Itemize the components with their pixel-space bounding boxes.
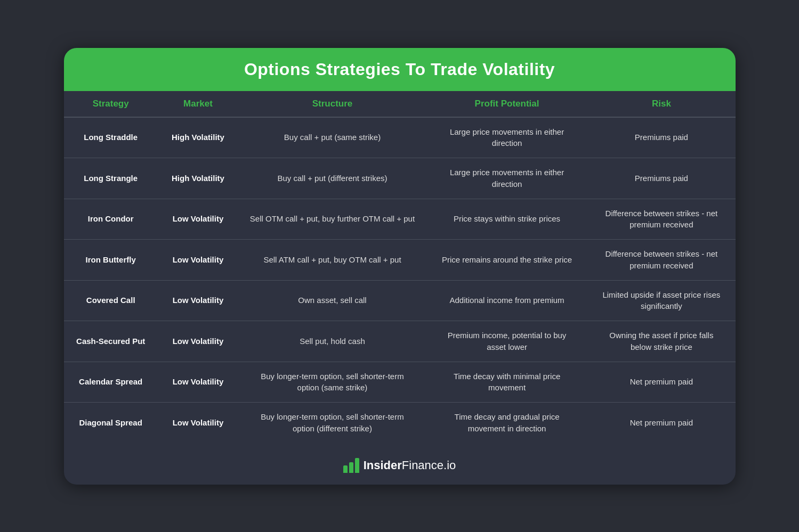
cell-strategy: Cash-Secured Put xyxy=(64,321,158,362)
cell-structure: Own asset, sell call xyxy=(238,280,426,321)
col-header-profit: Profit Potential xyxy=(426,91,587,117)
table-row: Cash-Secured PutLow VolatilitySell put, … xyxy=(64,321,736,362)
cell-market: Low Volatility xyxy=(158,321,238,362)
main-card: Options Strategies To Trade Volatility S… xyxy=(64,48,736,485)
bar-2 xyxy=(349,462,353,473)
cell-strategy: Iron Butterfly xyxy=(64,240,158,281)
table-row: Covered CallLow VolatilityOwn asset, sel… xyxy=(64,280,736,321)
brand-logo: InsiderFinance.io xyxy=(343,458,456,473)
table-row: Diagonal SpreadLow VolatilityBuy longer-… xyxy=(64,403,736,443)
cell-profit: Additional income from premium xyxy=(426,280,587,321)
card-header: Options Strategies To Trade Volatility xyxy=(64,48,736,91)
cell-risk: Premiums paid xyxy=(587,117,735,158)
cell-risk: Difference between strikes - net premium… xyxy=(587,199,735,240)
col-header-structure: Structure xyxy=(238,91,426,117)
cell-risk: Premiums paid xyxy=(587,158,735,199)
cell-risk: Net premium paid xyxy=(587,362,735,403)
cell-profit: Premium income, potential to buy asset l… xyxy=(426,321,587,362)
cell-strategy: Long Strangle xyxy=(64,158,158,199)
bar-1 xyxy=(343,465,348,473)
bars-icon xyxy=(343,458,359,473)
cell-risk: Net premium paid xyxy=(587,403,735,443)
cell-structure: Buy call + put (same strike) xyxy=(238,117,426,158)
col-header-risk: Risk xyxy=(587,91,735,117)
cell-strategy: Calendar Spread xyxy=(64,362,158,403)
cell-market: Low Volatility xyxy=(158,403,238,443)
table-row: Calendar SpreadLow VolatilityBuy longer-… xyxy=(64,362,736,403)
brand-light: Finance.io xyxy=(402,459,456,472)
cell-profit: Large price movements in either directio… xyxy=(426,158,587,199)
table-header: Strategy Market Structure Profit Potenti… xyxy=(64,91,736,117)
brand-text: InsiderFinance.io xyxy=(364,459,456,472)
header-row: Strategy Market Structure Profit Potenti… xyxy=(64,91,736,117)
cell-structure: Buy longer-term option, sell shorter-ter… xyxy=(238,362,426,403)
table-row: Long StrangleHigh VolatilityBuy call + p… xyxy=(64,158,736,199)
cell-profit: Price stays within strike prices xyxy=(426,199,587,240)
cell-market: Low Volatility xyxy=(158,199,238,240)
cell-strategy: Covered Call xyxy=(64,280,158,321)
bar-3 xyxy=(355,458,359,473)
col-header-strategy: Strategy xyxy=(64,91,158,117)
cell-risk: Difference between strikes - net premium… xyxy=(587,240,735,281)
cell-profit: Time decay with minimal price movement xyxy=(426,362,587,403)
strategies-table: Strategy Market Structure Profit Potenti… xyxy=(64,91,736,443)
cell-market: High Volatility xyxy=(158,158,238,199)
cell-profit: Time decay and gradual price movement in… xyxy=(426,403,587,443)
cell-market: High Volatility xyxy=(158,117,238,158)
cell-risk: Limited upside if asset price rises sign… xyxy=(587,280,735,321)
brand-bold: Insider xyxy=(364,459,402,472)
cell-market: Low Volatility xyxy=(158,280,238,321)
table-row: Iron CondorLow VolatilitySell OTM call +… xyxy=(64,199,736,240)
table-body: Long StraddleHigh VolatilityBuy call + p… xyxy=(64,117,736,443)
cell-profit: Large price movements in either directio… xyxy=(426,117,587,158)
cell-structure: Sell put, hold cash xyxy=(238,321,426,362)
cell-strategy: Diagonal Spread xyxy=(64,403,158,443)
cell-structure: Buy longer-term option, sell shorter-ter… xyxy=(238,403,426,443)
cell-structure: Sell OTM call + put, buy further OTM cal… xyxy=(238,199,426,240)
cell-market: Low Volatility xyxy=(158,362,238,403)
cell-risk: Owning the asset if price falls below st… xyxy=(587,321,735,362)
footer: InsiderFinance.io xyxy=(64,448,736,485)
cell-strategy: Iron Condor xyxy=(64,199,158,240)
col-header-market: Market xyxy=(158,91,238,117)
table-container: Strategy Market Structure Profit Potenti… xyxy=(64,91,736,448)
cell-strategy: Long Straddle xyxy=(64,117,158,158)
page-title: Options Strategies To Trade Volatility xyxy=(85,60,714,79)
cell-profit: Price remains around the strike price xyxy=(426,240,587,281)
table-row: Iron ButterflyLow VolatilitySell ATM cal… xyxy=(64,240,736,281)
cell-structure: Sell ATM call + put, buy OTM call + put xyxy=(238,240,426,281)
cell-market: Low Volatility xyxy=(158,240,238,281)
cell-structure: Buy call + put (different strikes) xyxy=(238,158,426,199)
table-row: Long StraddleHigh VolatilityBuy call + p… xyxy=(64,117,736,158)
